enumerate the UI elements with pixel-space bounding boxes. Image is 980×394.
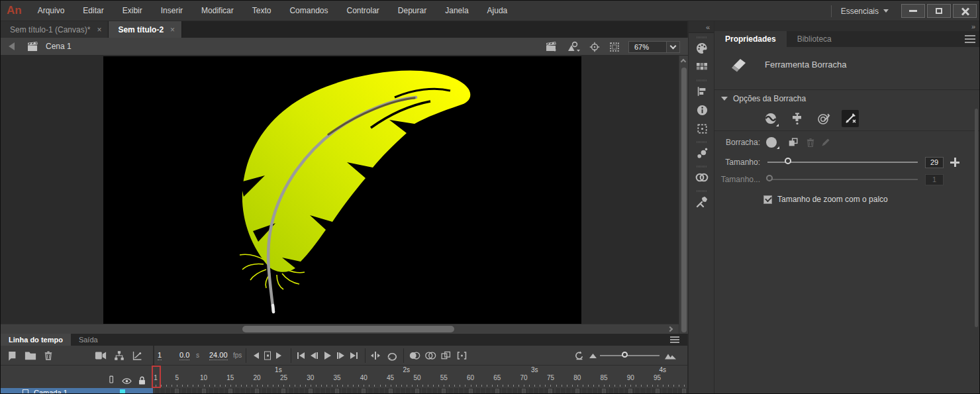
panel-collapse-button[interactable]: »	[714, 21, 980, 31]
eraser-mode-button[interactable]	[762, 110, 779, 127]
minimize-button[interactable]	[901, 4, 925, 18]
timeline-menu-button[interactable]	[670, 336, 679, 343]
lock-column-icon[interactable]	[138, 375, 146, 385]
erase-fills-button[interactable]	[815, 110, 832, 127]
menu-item-editar[interactable]: Editar	[74, 1, 113, 21]
edit-brush-button[interactable]	[820, 137, 831, 148]
document-tab-2[interactable]: Sem título-2×	[109, 21, 182, 38]
tab-propriedades[interactable]: Propriedades	[714, 31, 787, 47]
size-slider-handle[interactable]	[785, 158, 791, 164]
scroll-up-icon[interactable]	[681, 59, 686, 64]
playhead[interactable]	[152, 366, 161, 388]
delete-layer-button[interactable]	[43, 350, 54, 361]
info-panel-button[interactable]	[689, 101, 715, 119]
center-frame-button[interactable]	[370, 351, 381, 360]
align-panel-button[interactable]	[689, 82, 715, 101]
zoom-select[interactable]: 67%	[628, 41, 680, 53]
menu-item-arquivo[interactable]: Arquivo	[28, 1, 74, 21]
properties-scrollbar[interactable]	[975, 109, 978, 327]
swatches-panel-button[interactable]	[689, 58, 715, 76]
outline-column-icon[interactable]	[107, 373, 116, 385]
onion-skin-outlines-button[interactable]	[424, 350, 436, 360]
dock-collapse-button[interactable]: «	[689, 21, 714, 33]
menu-item-exibir[interactable]: Exibir	[113, 1, 152, 21]
go-to-last-frame-button[interactable]	[350, 352, 358, 359]
frame-rate-value[interactable]: 24.00	[209, 351, 228, 360]
timeline-zoom-slider[interactable]	[600, 355, 660, 356]
back-button[interactable]	[1, 42, 17, 50]
center-stage-button[interactable]	[589, 41, 601, 53]
vscroll-thumb[interactable]	[681, 68, 687, 332]
menu-item-controlar[interactable]: Controlar	[337, 1, 388, 21]
delete-brush-button[interactable]	[805, 137, 816, 148]
erase-selected-button[interactable]	[842, 110, 859, 127]
frames-area[interactable]	[154, 388, 687, 394]
edit-multiple-frames-button[interactable]	[440, 350, 452, 361]
menu-item-texto[interactable]: Texto	[243, 1, 281, 21]
current-frame-indicator[interactable]	[264, 351, 271, 360]
menu-item-inserir[interactable]: Inserir	[152, 1, 192, 21]
size-value[interactable]: 29	[925, 157, 944, 168]
modify-markers-button[interactable]	[456, 350, 467, 361]
horizontal-scrollbar[interactable]	[1, 324, 679, 334]
step-forward-one-frame-button[interactable]	[337, 352, 344, 359]
size-slider[interactable]	[767, 162, 918, 163]
min-size-slider-handle[interactable]	[766, 175, 773, 181]
onion-skin-button[interactable]	[409, 350, 420, 360]
timeline-ruler[interactable]: 151015202530354045505560657075808590951s…	[1, 366, 687, 388]
workspace-switcher[interactable]: Essenciais	[841, 7, 889, 16]
edit-symbols-button[interactable]	[566, 41, 581, 52]
stage[interactable]	[103, 56, 581, 324]
step-back-button[interactable]	[254, 352, 259, 359]
reset-timeline-zoom-button[interactable]	[574, 350, 585, 360]
zoom-out-timeline-icon[interactable]	[589, 352, 597, 359]
cc-libraries-button[interactable]	[689, 168, 715, 187]
camera-button[interactable]	[95, 351, 107, 360]
visibility-column-icon[interactable]	[121, 377, 132, 385]
menu-item-janela[interactable]: Janela	[436, 1, 477, 21]
close-tab-icon[interactable]: ×	[170, 25, 175, 34]
brushes-panel-button[interactable]	[689, 144, 715, 162]
tab-biblioteca[interactable]: Biblioteca	[787, 31, 842, 47]
layer-color-swatch[interactable]	[120, 389, 125, 394]
faucet-button[interactable]	[789, 110, 806, 127]
close-tab-icon[interactable]: ×	[97, 25, 101, 34]
maximize-button[interactable]	[927, 4, 951, 18]
elapsed-time-value[interactable]: 0.0	[179, 351, 189, 360]
panel-menu-button[interactable]	[965, 35, 975, 43]
scroll-right-icon[interactable]	[667, 326, 673, 332]
current-frame-value[interactable]: 1	[158, 351, 162, 360]
color-panel-button[interactable]	[689, 39, 715, 58]
menu-item-depurar[interactable]: Depurar	[389, 1, 436, 21]
plus-icon[interactable]	[950, 158, 959, 167]
layer-row[interactable]: Camada 1	[1, 388, 153, 394]
hscroll-thumb[interactable]	[242, 326, 454, 332]
vertical-scrollbar[interactable]	[679, 56, 688, 334]
go-to-first-frame-button[interactable]	[297, 352, 305, 359]
new-layer-button[interactable]	[6, 350, 17, 361]
transform-panel-button[interactable]	[689, 119, 715, 138]
edit-scene-button[interactable]	[545, 41, 558, 52]
menu-item-comandos[interactable]: Comandos	[280, 1, 337, 21]
tab-sa-da[interactable]: Saída	[71, 334, 106, 346]
min-size-slider[interactable]	[767, 179, 918, 180]
loop-playback-button[interactable]	[386, 350, 397, 361]
timeline-zoom-handle[interactable]	[622, 352, 628, 358]
tab-linha-do-tempo[interactable]: Linha do tempo	[1, 334, 71, 346]
play-button[interactable]	[324, 352, 331, 360]
zoom-size-checkbox[interactable]	[763, 195, 772, 204]
document-tab-1[interactable]: Sem título-1 (Canvas)*×	[1, 21, 109, 38]
menu-item-ajuda[interactable]: Ajuda	[478, 1, 517, 21]
min-size-value[interactable]: 1	[925, 174, 944, 185]
eraser-shape-button[interactable]	[766, 137, 777, 148]
zoom-in-timeline-icon[interactable]	[664, 351, 677, 360]
step-forward-button[interactable]	[276, 352, 281, 359]
step-back-one-frame-button[interactable]	[311, 352, 318, 359]
eraser-options-section-header[interactable]: Opções da Borracha	[714, 89, 980, 107]
zoom-dropdown-button[interactable]	[667, 41, 680, 53]
tools-panel-button[interactable]	[689, 193, 715, 211]
manage-brush-button[interactable]	[787, 136, 799, 148]
new-folder-button[interactable]	[24, 350, 36, 360]
clip-content-button[interactable]	[609, 41, 620, 53]
zoom-value[interactable]: 67%	[628, 41, 667, 53]
